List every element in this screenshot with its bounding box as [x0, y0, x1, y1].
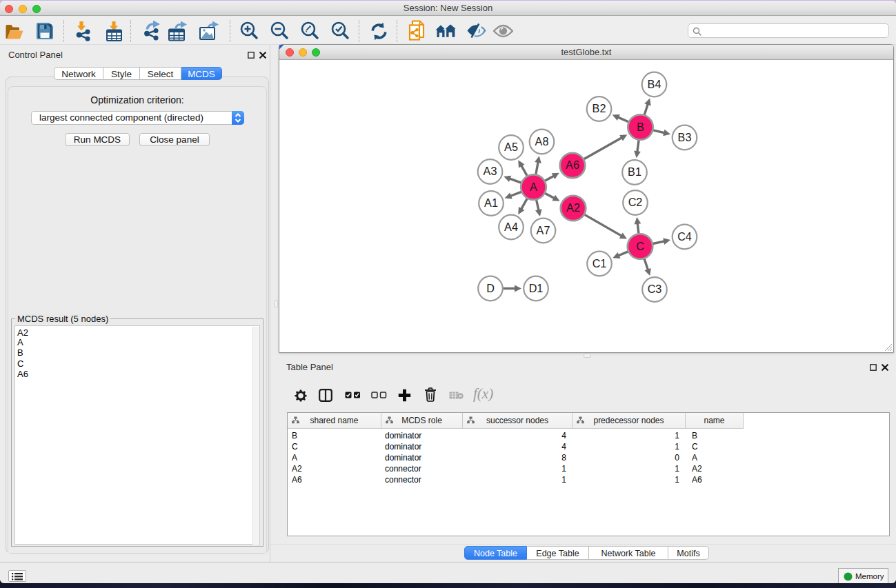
svg-text:B1: B1: [628, 165, 641, 178]
svg-text:A6: A6: [566, 159, 579, 171]
svg-text:A5: A5: [504, 141, 518, 153]
svg-text:A2: A2: [566, 201, 580, 214]
svg-text:C2: C2: [628, 196, 643, 208]
svg-text:C1: C1: [593, 257, 607, 270]
svg-text:D1: D1: [529, 282, 544, 294]
svg-text:B: B: [637, 121, 644, 133]
svg-text:C3: C3: [648, 283, 662, 295]
svg-text:A3: A3: [484, 165, 497, 177]
svg-text:B3: B3: [678, 131, 692, 143]
svg-text:D: D: [486, 282, 495, 294]
svg-text:C4: C4: [677, 230, 692, 243]
svg-text:A: A: [530, 181, 537, 193]
svg-text:A8: A8: [535, 135, 549, 148]
svg-text:A1: A1: [484, 196, 498, 209]
svg-text:C: C: [636, 240, 644, 252]
svg-text:A4: A4: [504, 221, 518, 233]
svg-text:B2: B2: [593, 102, 606, 114]
svg-text:A7: A7: [537, 224, 550, 236]
svg-text:B4: B4: [648, 78, 661, 90]
